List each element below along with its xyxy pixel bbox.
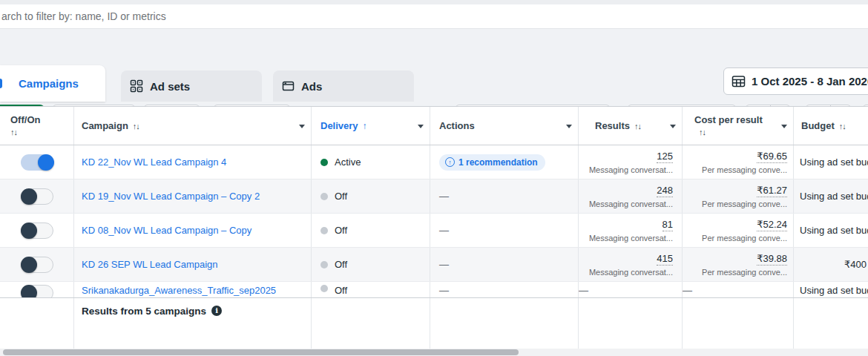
table-row: KD 22_Nov WL Lead Campaign 4 Active ↑ 1 … (0, 145, 868, 179)
campaign-toggle[interactable] (21, 154, 53, 171)
tab-ads[interactable]: Ads (273, 70, 414, 102)
results-metric-label: Messaging conversat... (589, 200, 673, 208)
horizontal-scrollbar[interactable] (0, 349, 868, 356)
tab-ads-label: Ads (301, 80, 322, 93)
budget-value: Using ad set budget (800, 156, 868, 168)
tab-ad-sets-label: Ad sets (150, 80, 190, 93)
chevron-down-icon[interactable] (781, 125, 787, 128)
delivery-status-dot (320, 227, 328, 234)
delivery-status: Active (335, 156, 361, 168)
results-empty: — (579, 285, 588, 296)
cost-empty: — (683, 285, 692, 296)
results-value[interactable]: 248 (657, 185, 673, 197)
header-actions[interactable]: Actions (430, 107, 579, 145)
search-filter-bar[interactable]: arch to filter by: name, ID or metrics (0, 4, 868, 29)
delivery-status: Off (335, 225, 347, 236)
header-budget[interactable]: Budget ↑↓ (794, 107, 868, 145)
chevron-down-icon[interactable] (299, 125, 305, 128)
sort-icon[interactable]: ↑↓ (634, 122, 641, 131)
chevron-down-icon[interactable] (418, 125, 424, 128)
chevron-down-icon[interactable] (566, 125, 572, 128)
grid-icon (130, 79, 143, 93)
header-campaign[interactable]: Campaign ↑↓ (74, 107, 312, 145)
recommendation-pill[interactable]: ↑ 1 recommendation (439, 154, 545, 171)
cost-metric-label: Per messaging conve... (702, 165, 787, 174)
date-range-label: 1 Oct 2025 - 8 Jan 2026 (752, 75, 868, 88)
toggle-knob (21, 222, 37, 239)
cost-metric-label: Per messaging conve... (702, 200, 787, 208)
delivery-status-dot (320, 285, 328, 292)
campaign-name-link[interactable]: KD 19_Nov WL Lead Campaign – Copy 2 (82, 191, 260, 202)
budget-value: Using ad set budget (800, 225, 868, 236)
table-row: Srikanakadurga_Awareness_Traffic_sep2025… (0, 282, 868, 297)
toggle-knob (38, 154, 54, 171)
sort-icon[interactable]: ↑↓ (839, 122, 846, 131)
campaign-name-link[interactable]: KD 26 SEP WL Lead Campaign (82, 259, 218, 270)
delivery-status: Off (335, 285, 347, 296)
cost-per-result-value[interactable]: ₹52.24 (757, 219, 787, 231)
delivery-status: Off (335, 191, 347, 202)
sort-up-icon[interactable]: ↑ (363, 121, 367, 131)
toggle-knob (21, 257, 37, 273)
sort-icon[interactable]: ↑↓ (699, 126, 706, 139)
actions-empty: — (439, 191, 449, 202)
campaign-toggle[interactable] (21, 222, 53, 239)
campaigns-folder-icon (0, 79, 2, 88)
budget-value: ₹400 (844, 259, 867, 270)
campaign-name-link[interactable]: Srikanakadurga_Awareness_Traffic_sep2025 (82, 285, 276, 296)
campaign-toggle[interactable] (21, 188, 53, 205)
calendar-icon (731, 75, 746, 88)
window-icon (282, 80, 295, 92)
info-icon[interactable]: i (211, 306, 222, 316)
workspace-background: Campaigns Ad sets (0, 29, 868, 106)
budget-value: Using ad set budget (800, 285, 868, 296)
campaigns-table: Off/On ↑↓ Campaign ↑↓ Delivery ↑ Actions… (0, 106, 868, 349)
cost-metric-label: Per messaging conve... (702, 234, 787, 243)
actions-empty: — (439, 285, 449, 296)
delivery-status: Off (335, 259, 347, 270)
campaign-name-link[interactable]: KD 22_Nov WL Lead Campaign 4 (82, 156, 226, 168)
tab-campaigns-label: Campaigns (19, 77, 79, 90)
sort-icon[interactable]: ↑↓ (10, 126, 17, 139)
table-header-row: Off/On ↑↓ Campaign ↑↓ Delivery ↑ Actions… (0, 107, 868, 145)
cost-per-result-value[interactable]: ₹39.88 (757, 253, 787, 266)
header-off-on[interactable]: Off/On ↑↓ (0, 107, 74, 145)
tab-ad-sets[interactable]: Ad sets (121, 70, 262, 102)
date-range-picker[interactable]: 1 Oct 2025 - 8 Jan 2026 (723, 67, 868, 95)
table-row: KD 08_Nov WL Lead Campaign – Copy Off — … (0, 214, 868, 248)
campaign-toggle[interactable] (21, 257, 53, 273)
toggle-knob (21, 285, 37, 297)
sort-icon[interactable]: ↑↓ (133, 122, 139, 131)
budget-value: Using ad set budget (800, 191, 868, 202)
results-value[interactable]: 81 (662, 219, 673, 231)
table-row: KD 26 SEP WL Lead Campaign Off — 415 Mes… (0, 248, 868, 282)
delivery-status-dot (320, 159, 328, 166)
campaign-toggle[interactable] (21, 285, 53, 297)
cost-per-result-value[interactable]: ₹69.65 (757, 151, 787, 163)
header-results[interactable]: Results ↑↓ (579, 107, 683, 145)
search-input[interactable]: arch to filter by: name, ID or metrics (1, 10, 166, 22)
summary-label: Results from 5 campaigns (82, 306, 206, 317)
actions-empty: — (439, 225, 449, 236)
table-empty-area (0, 323, 868, 350)
results-metric-label: Messaging conversat... (589, 234, 673, 243)
summary-row: Results from 5 campaigns i (0, 297, 868, 323)
toggle-knob (21, 188, 37, 205)
table-row: KD 19_Nov WL Lead Campaign – Copy 2 Off … (0, 179, 868, 214)
header-cost-per-result[interactable]: Cost per result ↑↓ (683, 107, 794, 145)
tab-campaigns[interactable]: Campaigns (0, 65, 105, 102)
ads-manager-screen: arch to filter by: name, ID or metrics C… (0, 0, 868, 356)
results-metric-label: Messaging conversat... (589, 165, 673, 174)
delivery-status-dot (320, 193, 328, 200)
scrollbar-thumb[interactable] (3, 349, 519, 355)
delivery-status-dot (320, 261, 328, 268)
actions-empty: — (439, 259, 449, 270)
results-value[interactable]: 415 (657, 253, 673, 266)
results-metric-label: Messaging conversat... (589, 268, 673, 277)
header-delivery[interactable]: Delivery ↑ (312, 107, 430, 145)
results-value[interactable]: 125 (657, 151, 673, 163)
recommendation-arrow-icon: ↑ (445, 157, 455, 167)
campaign-name-link[interactable]: KD 08_Nov WL Lead Campaign – Copy (82, 225, 251, 236)
chevron-down-icon[interactable] (670, 125, 676, 128)
cost-per-result-value[interactable]: ₹61.27 (757, 185, 787, 197)
